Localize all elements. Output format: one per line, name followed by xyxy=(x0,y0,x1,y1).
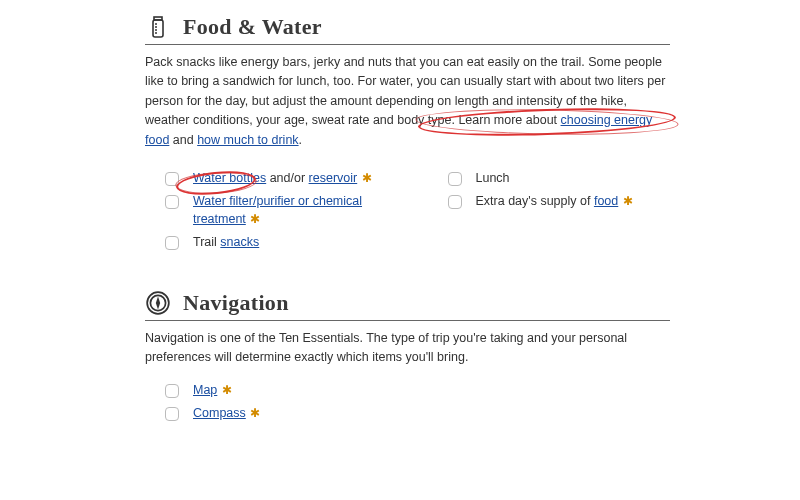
section-food-water: Food & Water Pack snacks like energy bar… xyxy=(0,0,800,258)
link-snacks[interactable]: snacks xyxy=(220,235,259,249)
section-title: Navigation xyxy=(183,290,289,316)
section-title: Food & Water xyxy=(183,14,322,40)
list-item: Map ✱ xyxy=(165,382,670,400)
checklist-food: Water bottles and/or reservoir ✱ Water f… xyxy=(145,164,670,258)
checkbox[interactable] xyxy=(165,407,179,421)
section-navigation: Navigation Navigation is one of the Ten … xyxy=(0,258,800,441)
checkbox[interactable] xyxy=(165,195,179,209)
list-item: Water filter/purifier or chemical treatm… xyxy=(165,193,388,228)
essential-star-icon: ✱ xyxy=(247,406,260,420)
section-description: Pack snacks like energy bars, jerky and … xyxy=(145,53,670,150)
water-bottle-icon xyxy=(145,14,171,40)
checkbox[interactable] xyxy=(165,384,179,398)
list-item: Water bottles and/or reservoir ✱ xyxy=(165,170,388,188)
essential-star-icon: ✱ xyxy=(247,212,260,226)
link-water-filter[interactable]: Water filter/purifier or chemical treatm… xyxy=(193,194,362,226)
section-header: Food & Water xyxy=(145,14,670,45)
checklist-navigation: Map ✱ Compass ✱ xyxy=(145,382,670,423)
link-food[interactable]: food xyxy=(594,194,618,208)
essential-star-icon: ✱ xyxy=(619,194,632,208)
list-item: Lunch xyxy=(448,170,671,188)
link-compass[interactable]: Compass xyxy=(193,406,246,420)
link-reservoir[interactable]: reservoir xyxy=(309,171,358,185)
checkbox[interactable] xyxy=(448,172,462,186)
checkbox[interactable] xyxy=(165,236,179,250)
checkbox[interactable] xyxy=(448,195,462,209)
essential-star-icon: ✱ xyxy=(218,383,231,397)
svg-rect-1 xyxy=(153,20,163,37)
list-item: Extra day's supply of food ✱ xyxy=(448,193,671,211)
compass-icon xyxy=(145,290,171,316)
checkbox[interactable] xyxy=(165,172,179,186)
link-water-bottles[interactable]: Water bottles xyxy=(193,171,266,185)
list-item: Trail snacks xyxy=(165,234,388,252)
link-map[interactable]: Map xyxy=(193,383,217,397)
section-description: Navigation is one of the Ten Essentials.… xyxy=(145,329,670,368)
svg-marker-8 xyxy=(156,296,160,309)
list-item: Compass ✱ xyxy=(165,405,670,423)
section-header: Navigation xyxy=(145,290,670,321)
item-label: Lunch xyxy=(476,170,510,188)
link-how-much-drink[interactable]: how much to drink xyxy=(197,133,298,147)
essential-star-icon: ✱ xyxy=(358,171,371,185)
